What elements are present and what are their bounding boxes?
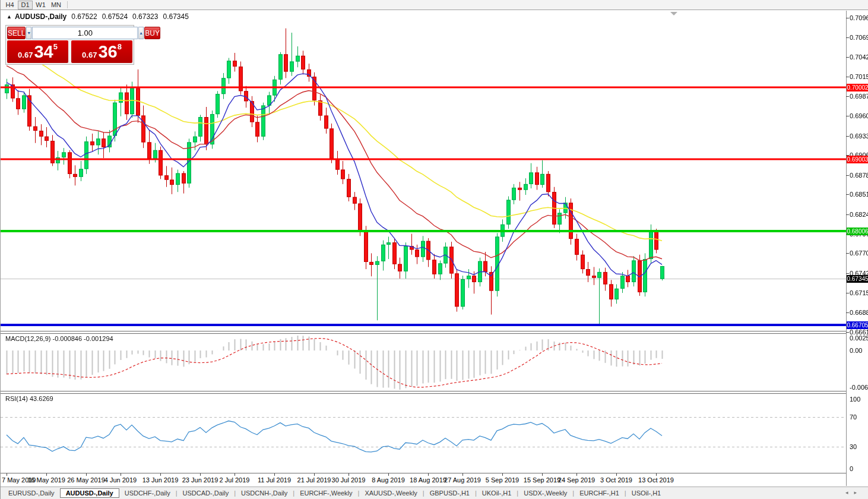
date-tick-label: 30 Jul 2019	[332, 476, 366, 484]
price-tick-mark	[846, 293, 849, 293]
price-tick-mark	[846, 77, 849, 77]
sell-price-sup: 5	[53, 42, 58, 51]
date-tick-label: 5 Sep 2019	[486, 476, 519, 484]
date-tick-label: 27 Aug 2019	[444, 476, 481, 484]
ohlc-low: 0.67323	[132, 12, 158, 21]
indicator-axis-label: 30	[850, 443, 857, 450]
collapse-arrow-icon[interactable]: ▲	[7, 14, 12, 20]
chart-tab-usoil-h1[interactable]: USOil-,H1	[626, 488, 667, 498]
sell-quote-button[interactable]: 0.67 34 5	[7, 40, 68, 63]
ohlc-open: 0.67522	[71, 12, 97, 21]
chart-tab-eurusd-daily[interactable]: EURUSD-,Daily	[3, 488, 60, 498]
price-tick-label: 0.68240	[850, 211, 868, 218]
date-tick-label: 24 Sep 2019	[558, 476, 595, 484]
price-tick-mark	[846, 312, 849, 313]
date-tick-mark	[7, 473, 7, 476]
chart-tab-eurchf-weekly[interactable]: EURCHF-,Weekly	[294, 488, 357, 498]
date-tick-label: 26 May 2019	[67, 476, 105, 484]
date-axis: 7 May 201916 May 201926 May 20194 Jun 20…	[1, 473, 846, 486]
symbol-header: ▲ AUDUSD-,Daily 0.67522 0.67524 0.67323 …	[7, 12, 189, 21]
date-tick-mark	[502, 473, 503, 476]
indicator-axis-label: -0.006326	[850, 384, 868, 391]
timeframe-button-mn[interactable]: MN	[49, 1, 64, 10]
chart-tab-gbpusd-h1[interactable]: GBPUSD-,H1	[425, 488, 475, 498]
price-tick-mark	[846, 37, 849, 38]
price-tick-mark	[846, 273, 849, 274]
price-tick-label: 0.68515	[850, 191, 868, 198]
tab-scroll-arrows[interactable]: ◂▸	[845, 489, 863, 495]
date-tick-label: 23 Jun 2019	[182, 476, 218, 484]
date-tick-mark	[616, 473, 617, 476]
sell-price-big: 34	[34, 43, 53, 61]
price-tick-mark	[846, 136, 849, 137]
chart-shift-marker-icon[interactable]	[670, 12, 677, 15]
level-price-badge: 0.66705	[847, 321, 868, 329]
date-tick-mark	[388, 473, 389, 476]
date-tick-mark	[428, 473, 429, 476]
price-tick-label: 0.69875	[850, 93, 868, 100]
price-tick-mark	[846, 194, 849, 195]
chart-tab-usdcad-daily[interactable]: USDCAD-,Daily	[178, 488, 235, 498]
date-tick-mark	[576, 473, 577, 476]
buy-quote-button[interactable]: 0.67 36 8	[71, 40, 132, 63]
level-price-badge: 0.70002	[847, 84, 868, 91]
price-tick-mark	[846, 332, 849, 333]
indicator-axis-label: 100	[850, 396, 860, 403]
chart-surface[interactable]	[1, 11, 846, 473]
timeframe-button-d1[interactable]: D1	[18, 1, 33, 10]
one-click-trade-panel: SELL ▼ ▲ BUY 0.67 34 5 0.67 36 8	[5, 25, 134, 65]
current-price-badge: 0.67345	[847, 275, 868, 283]
chart-tab-usdx-weekly[interactable]: USDX-,Weekly	[518, 488, 572, 498]
price-tick-label: 0.69605	[850, 112, 868, 119]
date-tick-mark	[462, 473, 463, 476]
level-price-badge: 0.68006	[847, 228, 868, 235]
buy-button[interactable]: BUY	[144, 27, 160, 39]
volume-input[interactable]	[32, 27, 138, 39]
chart-tab-usdcnh-daily[interactable]: USDCNH-,Daily	[236, 488, 293, 498]
price-tick-label: 0.67700	[850, 250, 868, 257]
timeframe-button-h4[interactable]: H4	[2, 1, 17, 10]
date-tick-label: 13 Oct 2019	[638, 476, 674, 484]
price-tick-label: 0.70695	[850, 34, 868, 41]
date-tick-mark	[160, 473, 161, 476]
chart-tab-usdchf-daily[interactable]: USDCHF-,Daily	[119, 488, 176, 498]
date-tick-label: 18 Aug 2019	[410, 476, 446, 484]
buy-price-prefix: 0.67	[82, 50, 97, 59]
timeframe-button-w1[interactable]: W1	[33, 1, 48, 10]
toolbar-separator	[67, 1, 68, 8]
price-tick-mark	[846, 253, 849, 254]
panel-separator[interactable]	[1, 331, 846, 334]
date-tick-label: 13 Jun 2019	[142, 476, 179, 484]
date-tick-label: 4 Jun 2019	[104, 476, 137, 484]
price-tick-mark	[846, 214, 849, 215]
price-tick-mark	[846, 116, 849, 116]
volume-increase-button[interactable]: ▲	[138, 27, 144, 39]
chart-tab-xauusd-weekly[interactable]: XAUUSD-,Weekly	[359, 488, 422, 498]
indicator-axis-label: 70	[850, 413, 857, 421]
price-axis-divider	[846, 11, 847, 486]
chart-tab-ukoil-h1[interactable]: UKOil-,H1	[477, 488, 517, 498]
sell-button[interactable]: SELL	[7, 27, 26, 39]
indicator-axis-label: 0.002574	[850, 334, 868, 342]
macd-label: MACD(12,26,9) -0.000846 -0.001294	[5, 335, 113, 342]
price-tick-label: 0.70150	[850, 73, 868, 80]
date-tick-label: 16 May 2019	[27, 476, 65, 484]
price-tick-mark	[846, 175, 849, 176]
date-tick-mark	[46, 473, 47, 476]
date-tick-mark	[656, 473, 657, 476]
price-tick-label: 0.70965	[850, 14, 868, 21]
chart-tab-audusd-daily[interactable]: AUDUSD-,Daily	[60, 488, 119, 498]
buy-price-sup: 8	[118, 42, 122, 51]
trading-terminal-window: H4D1W1MN ▲ AUDUSD-,Daily 0.67522 0.67524…	[0, 0, 868, 499]
indicator-axis-label: 0.00	[850, 347, 862, 354]
price-tick-label: 0.69330	[850, 132, 868, 140]
volume-decrease-button[interactable]: ▼	[26, 27, 31, 39]
date-tick-label: 21 Jul 2019	[297, 476, 331, 484]
chart-tab-bar: EURUSD-,DailyAUDUSD-,DailyUSDCHF-,Daily|…	[1, 487, 868, 499]
price-tick-label: 0.68785	[850, 172, 868, 179]
chart-tab-eurchf-h1[interactable]: EURCHF-,H1	[574, 488, 625, 498]
panel-separator[interactable]	[1, 391, 846, 394]
date-tick-label: 3 Oct 2019	[600, 476, 632, 484]
price-tick-mark	[846, 18, 849, 18]
date-tick-mark	[121, 473, 121, 476]
